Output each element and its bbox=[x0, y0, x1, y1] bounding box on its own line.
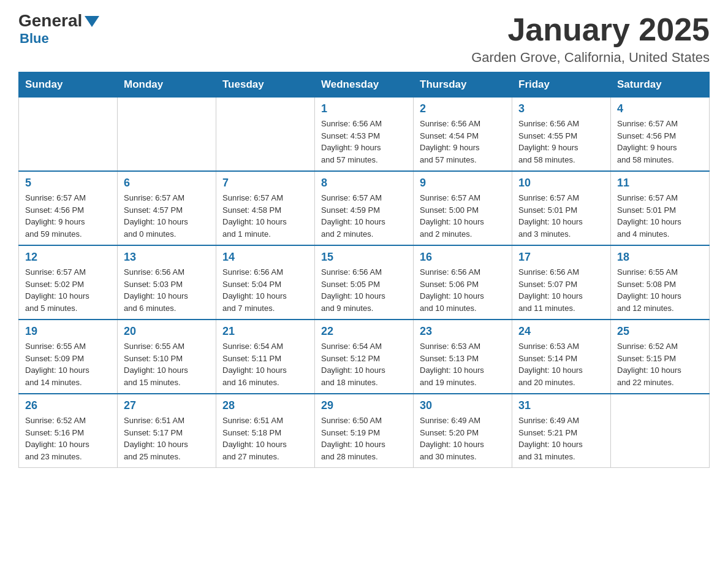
calendar-week-row: 5Sunrise: 6:57 AMSunset: 4:56 PMDaylight… bbox=[19, 171, 710, 245]
day-info: Sunrise: 6:53 AMSunset: 5:13 PMDaylight:… bbox=[420, 340, 506, 388]
day-info: Sunrise: 6:52 AMSunset: 5:15 PMDaylight:… bbox=[617, 340, 703, 388]
day-number: 1 bbox=[321, 102, 407, 115]
calendar-day-31: 31Sunrise: 6:49 AMSunset: 5:21 PMDayligh… bbox=[512, 394, 611, 468]
logo-arrow-icon bbox=[85, 16, 99, 27]
calendar-week-row: 19Sunrise: 6:55 AMSunset: 5:09 PMDayligh… bbox=[19, 320, 710, 394]
day-number: 19 bbox=[25, 325, 111, 338]
day-info: Sunrise: 6:57 AMSunset: 5:01 PMDaylight:… bbox=[518, 192, 604, 240]
day-info: Sunrise: 6:57 AMSunset: 5:00 PMDaylight:… bbox=[420, 192, 506, 240]
day-info: Sunrise: 6:57 AMSunset: 4:56 PMDaylight:… bbox=[617, 118, 703, 166]
logo: General Blue bbox=[18, 12, 99, 47]
calendar-day-17: 17Sunrise: 6:56 AMSunset: 5:07 PMDayligh… bbox=[512, 245, 611, 320]
day-number: 25 bbox=[617, 325, 703, 338]
day-number: 21 bbox=[222, 325, 308, 338]
logo-blue-text: Blue bbox=[20, 31, 49, 47]
calendar-day-18: 18Sunrise: 6:55 AMSunset: 5:08 PMDayligh… bbox=[611, 245, 710, 320]
day-info: Sunrise: 6:55 AMSunset: 5:09 PMDaylight:… bbox=[25, 340, 111, 388]
day-number: 8 bbox=[321, 177, 407, 190]
calendar-header-row: SundayMondayTuesdayWednesdayThursdayFrid… bbox=[19, 72, 710, 98]
calendar-day-1: 1Sunrise: 6:56 AMSunset: 4:53 PMDaylight… bbox=[315, 98, 414, 172]
calendar-week-row: 26Sunrise: 6:52 AMSunset: 5:16 PMDayligh… bbox=[19, 394, 710, 468]
calendar-empty-cell bbox=[19, 98, 118, 172]
page-header: General Blue January 2025 Garden Grove, … bbox=[18, 12, 710, 66]
calendar-day-15: 15Sunrise: 6:56 AMSunset: 5:05 PMDayligh… bbox=[315, 245, 414, 320]
day-info: Sunrise: 6:57 AMSunset: 5:01 PMDaylight:… bbox=[617, 192, 703, 240]
calendar-day-28: 28Sunrise: 6:51 AMSunset: 5:18 PMDayligh… bbox=[216, 394, 315, 468]
calendar-week-row: 1Sunrise: 6:56 AMSunset: 4:53 PMDaylight… bbox=[19, 98, 710, 172]
calendar-day-2: 2Sunrise: 6:56 AMSunset: 4:54 PMDaylight… bbox=[414, 98, 512, 172]
calendar-header-tuesday: Tuesday bbox=[216, 72, 315, 98]
calendar-empty-cell bbox=[611, 394, 710, 468]
calendar-day-12: 12Sunrise: 6:57 AMSunset: 5:02 PMDayligh… bbox=[19, 245, 118, 320]
calendar-day-14: 14Sunrise: 6:56 AMSunset: 5:04 PMDayligh… bbox=[216, 245, 315, 320]
calendar-empty-cell bbox=[216, 98, 315, 172]
calendar-day-20: 20Sunrise: 6:55 AMSunset: 5:10 PMDayligh… bbox=[118, 320, 216, 394]
day-info: Sunrise: 6:54 AMSunset: 5:12 PMDaylight:… bbox=[321, 340, 407, 388]
calendar-header-friday: Friday bbox=[512, 72, 611, 98]
day-info: Sunrise: 6:56 AMSunset: 4:54 PMDaylight:… bbox=[420, 118, 506, 166]
day-number: 11 bbox=[617, 177, 703, 190]
day-number: 24 bbox=[518, 325, 604, 338]
day-number: 12 bbox=[25, 251, 111, 264]
calendar-day-9: 9Sunrise: 6:57 AMSunset: 5:00 PMDaylight… bbox=[414, 171, 512, 245]
calendar-day-6: 6Sunrise: 6:57 AMSunset: 4:57 PMDaylight… bbox=[118, 171, 216, 245]
calendar-empty-cell bbox=[118, 98, 216, 172]
calendar-header-thursday: Thursday bbox=[414, 72, 512, 98]
calendar-day-19: 19Sunrise: 6:55 AMSunset: 5:09 PMDayligh… bbox=[19, 320, 118, 394]
calendar-day-16: 16Sunrise: 6:56 AMSunset: 5:06 PMDayligh… bbox=[414, 245, 512, 320]
calendar-header-saturday: Saturday bbox=[611, 72, 710, 98]
day-info: Sunrise: 6:55 AMSunset: 5:10 PMDaylight:… bbox=[124, 340, 210, 388]
day-info: Sunrise: 6:56 AMSunset: 5:03 PMDaylight:… bbox=[124, 266, 210, 314]
day-number: 22 bbox=[321, 325, 407, 338]
calendar-day-11: 11Sunrise: 6:57 AMSunset: 5:01 PMDayligh… bbox=[611, 171, 710, 245]
day-number: 23 bbox=[420, 325, 506, 338]
day-info: Sunrise: 6:51 AMSunset: 5:18 PMDaylight:… bbox=[222, 415, 308, 462]
day-number: 31 bbox=[518, 399, 604, 412]
day-info: Sunrise: 6:56 AMSunset: 4:55 PMDaylight:… bbox=[518, 118, 604, 166]
logo-general-text: General bbox=[18, 12, 82, 29]
day-info: Sunrise: 6:51 AMSunset: 5:17 PMDaylight:… bbox=[124, 415, 210, 462]
day-info: Sunrise: 6:53 AMSunset: 5:14 PMDaylight:… bbox=[518, 340, 604, 388]
calendar-day-3: 3Sunrise: 6:56 AMSunset: 4:55 PMDaylight… bbox=[512, 98, 611, 172]
day-number: 30 bbox=[420, 399, 506, 412]
calendar-day-21: 21Sunrise: 6:54 AMSunset: 5:11 PMDayligh… bbox=[216, 320, 315, 394]
month-title: January 2025 bbox=[471, 12, 710, 47]
location-text: Garden Grove, California, United States bbox=[471, 50, 710, 66]
day-info: Sunrise: 6:56 AMSunset: 5:07 PMDaylight:… bbox=[518, 266, 604, 314]
day-number: 20 bbox=[124, 325, 210, 338]
day-info: Sunrise: 6:56 AMSunset: 4:53 PMDaylight:… bbox=[321, 118, 407, 166]
calendar-day-23: 23Sunrise: 6:53 AMSunset: 5:13 PMDayligh… bbox=[414, 320, 512, 394]
calendar-day-10: 10Sunrise: 6:57 AMSunset: 5:01 PMDayligh… bbox=[512, 171, 611, 245]
day-info: Sunrise: 6:54 AMSunset: 5:11 PMDaylight:… bbox=[222, 340, 308, 388]
day-info: Sunrise: 6:57 AMSunset: 4:59 PMDaylight:… bbox=[321, 192, 407, 240]
day-info: Sunrise: 6:57 AMSunset: 4:57 PMDaylight:… bbox=[124, 192, 210, 240]
day-number: 3 bbox=[518, 102, 604, 115]
day-number: 6 bbox=[124, 177, 210, 190]
day-info: Sunrise: 6:56 AMSunset: 5:06 PMDaylight:… bbox=[420, 266, 506, 314]
day-number: 15 bbox=[321, 251, 407, 264]
day-info: Sunrise: 6:56 AMSunset: 5:04 PMDaylight:… bbox=[222, 266, 308, 314]
day-number: 13 bbox=[124, 251, 210, 264]
day-info: Sunrise: 6:57 AMSunset: 4:58 PMDaylight:… bbox=[222, 192, 308, 240]
calendar-header-monday: Monday bbox=[118, 72, 216, 98]
day-info: Sunrise: 6:55 AMSunset: 5:08 PMDaylight:… bbox=[617, 266, 703, 314]
day-number: 29 bbox=[321, 399, 407, 412]
day-number: 7 bbox=[222, 177, 308, 190]
day-number: 26 bbox=[25, 399, 111, 412]
calendar-header-wednesday: Wednesday bbox=[315, 72, 414, 98]
calendar-day-25: 25Sunrise: 6:52 AMSunset: 5:15 PMDayligh… bbox=[611, 320, 710, 394]
day-number: 27 bbox=[124, 399, 210, 412]
calendar-day-22: 22Sunrise: 6:54 AMSunset: 5:12 PMDayligh… bbox=[315, 320, 414, 394]
day-number: 17 bbox=[518, 251, 604, 264]
calendar-day-8: 8Sunrise: 6:57 AMSunset: 4:59 PMDaylight… bbox=[315, 171, 414, 245]
day-info: Sunrise: 6:52 AMSunset: 5:16 PMDaylight:… bbox=[25, 415, 111, 462]
calendar-day-5: 5Sunrise: 6:57 AMSunset: 4:56 PMDaylight… bbox=[19, 171, 118, 245]
day-number: 4 bbox=[617, 102, 703, 115]
calendar-day-27: 27Sunrise: 6:51 AMSunset: 5:17 PMDayligh… bbox=[118, 394, 216, 468]
day-number: 28 bbox=[222, 399, 308, 412]
calendar-day-29: 29Sunrise: 6:50 AMSunset: 5:19 PMDayligh… bbox=[315, 394, 414, 468]
calendar-table: SundayMondayTuesdayWednesdayThursdayFrid… bbox=[18, 72, 710, 468]
day-info: Sunrise: 6:57 AMSunset: 5:02 PMDaylight:… bbox=[25, 266, 111, 314]
day-number: 5 bbox=[25, 177, 111, 190]
calendar-day-7: 7Sunrise: 6:57 AMSunset: 4:58 PMDaylight… bbox=[216, 171, 315, 245]
